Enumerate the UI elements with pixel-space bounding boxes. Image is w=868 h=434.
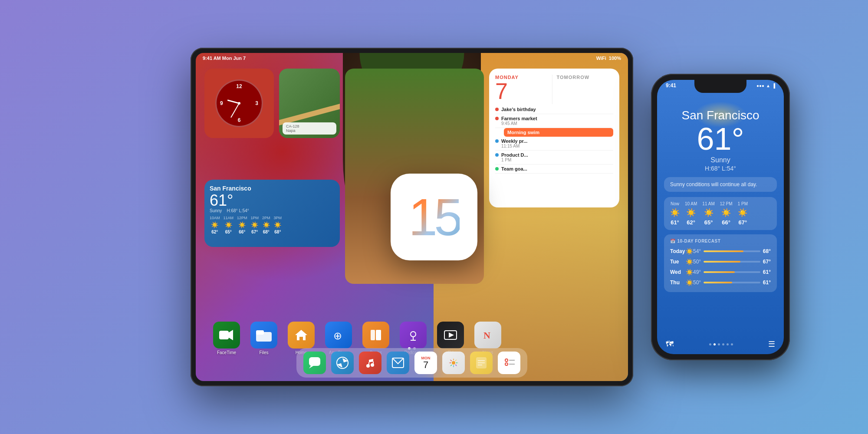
forecast-row-thu: Thu ☀️ 50° 61°: [670, 277, 771, 288]
iphone-signal-icon: ●●●: [756, 83, 764, 88]
facetime-icon-img: [213, 322, 240, 349]
weather-temperature: 61°: [210, 193, 335, 208]
iphone-dot-6: [731, 343, 733, 345]
route-location: Napa: [286, 128, 333, 133]
forecast-header: 📅 10-DAY FORECAST: [670, 239, 771, 243]
dock-messages[interactable]: [303, 352, 326, 374]
iphone-hour-1pm: 1 PM ☀️ 67°: [738, 201, 748, 226]
svg-text:N: N: [483, 330, 490, 341]
weather-hourly-row: 10AM ☀️ 62° 11AM ☀️ 65° 12PM ☀️ 66°: [210, 216, 335, 234]
news-icon-img: N: [474, 322, 501, 349]
calendar-date-number: 7: [495, 80, 552, 102]
svg-rect-14: [309, 357, 320, 366]
ios15-logo: 15: [391, 174, 477, 260]
iphone-hourly-section: Now ☀️ 61° 10 AM ☀️ 62° 11 AM ☀️ 65°: [664, 197, 777, 230]
hour-sun-icon: ☀️: [704, 208, 713, 217]
iphone-device: 9:41 ●●● ▲ ▐ San Francisco 61° Sunny H:6…: [651, 74, 790, 360]
podcasts-icon-img: [400, 322, 427, 349]
ipad-status-bar: 9:41 AM Mon Jun 7 WiFi 100%: [196, 53, 628, 63]
svg-rect-0: [219, 331, 229, 339]
dock-photos[interactable]: [442, 352, 465, 374]
iphone-status-right: ●●● ▲ ▐: [756, 83, 775, 88]
iphone-city: San Francisco: [664, 108, 777, 122]
home-icon-img: [288, 322, 315, 349]
svg-marker-15: [309, 366, 313, 368]
app-facetime[interactable]: FaceTime: [213, 322, 240, 355]
dock-music[interactable]: [359, 352, 381, 374]
weather-widget[interactable]: San Francisco 61° Sunny H:68° L:54° 10AM…: [204, 180, 340, 247]
svg-text:⊕: ⊕: [333, 330, 342, 342]
iphone-dot-1: [709, 343, 711, 345]
hour-sun-icon: ☀️: [721, 208, 731, 217]
event-dot-farmers: [495, 117, 499, 120]
main-scene: 9:41 AM Mon Jun 7 WiFi 100% 12 3 6 9: [43, 17, 825, 417]
maps-route-label: CA-128 Napa: [283, 122, 336, 135]
iphone-dot-5: [727, 343, 729, 345]
weather-hour-3pm: 3PM ☀️ 68°: [274, 216, 282, 234]
sun-icon: ☀️: [225, 221, 232, 228]
ipad-time: 9:41 AM Mon Jun 7: [203, 56, 246, 61]
clock-center-dot: [238, 102, 240, 105]
dock-reminders[interactable]: [498, 352, 520, 374]
ios15-number: 15: [408, 191, 459, 243]
event-dot-team: [495, 167, 499, 171]
iphone-hourly-row: Now ☀️ 61° 10 AM ☀️ 62° 11 AM ☀️ 65°: [670, 201, 771, 226]
route-number: CA-128: [286, 124, 333, 128]
svg-point-16: [337, 357, 348, 368]
ipad-dock: MON 7: [296, 348, 527, 378]
forecast-bar-wed: [704, 271, 760, 273]
app-files[interactable]: Files: [250, 322, 277, 355]
iphone-map-icon[interactable]: 🗺: [666, 340, 674, 349]
cal-event-team: Team goa...: [495, 164, 613, 174]
calendar-today-section: Monday 7: [495, 75, 552, 104]
event-dot-birthday: [495, 108, 499, 111]
iphone-notch: [694, 80, 746, 93]
dock-notes[interactable]: [470, 352, 493, 374]
hour-sun-icon: ☀️: [686, 208, 696, 217]
iphone-list-icon[interactable]: ☰: [768, 339, 775, 349]
iphone-sunny-description: Sunny conditions will continue all day.: [664, 177, 777, 192]
dock-safari[interactable]: [331, 352, 354, 374]
iphone-battery-icon: ▐: [772, 83, 775, 88]
svg-point-29: [505, 359, 508, 362]
forecast-sun-icon: ☀️: [686, 269, 693, 276]
cal-event-weekly: Weekly pr... 11:15 AM: [495, 137, 613, 151]
iphone-hi-lo: H:68° L:54°: [664, 165, 777, 172]
svg-marker-4: [295, 330, 307, 340]
iphone-time: 9:41: [666, 82, 676, 89]
files-icon-img: [250, 322, 277, 349]
weather-hour-10am: 10AM ☀️ 62°: [210, 216, 220, 234]
sun-icon: ☀️: [251, 221, 258, 228]
dock-calendar[interactable]: MON 7: [414, 352, 437, 374]
forecast-row-wed: Wed ☀️ 49° 61°: [670, 267, 771, 277]
forecast-row-tue: Tue ☀️ 50° 67°: [670, 256, 771, 267]
sun-icon: ☀️: [211, 221, 218, 228]
iphone-wifi-icon: ▲: [766, 83, 770, 88]
weather-description: Sunny H:68° L:54°: [210, 208, 335, 213]
calendar-header-row: Monday 7 Tomorrow: [495, 75, 613, 104]
clock-minute-hand: [230, 103, 240, 118]
maps-widget[interactable]: CA-128 Napa: [279, 69, 340, 138]
forecast-sun-icon: ☀️: [686, 248, 693, 255]
iphone-forecast-section: 📅 10-DAY FORECAST Today ☀️ 54° 68° Tue: [664, 234, 777, 292]
sun-icon: ☀️: [274, 221, 281, 228]
svg-point-30: [505, 363, 508, 365]
calendar-tomorrow-label: Tomorrow: [557, 75, 614, 80]
dock-calendar-content: MON 7: [414, 352, 437, 374]
forecast-sun-icon: ☀️: [686, 279, 693, 286]
wifi-icon: WiFi: [596, 56, 606, 61]
calendar-tomorrow-section: Tomorrow: [552, 75, 614, 104]
forecast-bar-thu: [704, 282, 760, 283]
forecast-sun-icon: ☀️: [686, 258, 693, 265]
clock-widget[interactable]: 12 3 6 9: [204, 69, 274, 138]
iphone-bottom-bar: 🗺 ☰: [657, 339, 784, 349]
hour-sun-icon: ☀️: [738, 208, 747, 217]
dock-mail[interactable]: [387, 352, 409, 374]
tv-icon-img: [437, 322, 464, 349]
calendar-widget[interactable]: Monday 7 Tomorrow Jake's birthday: [489, 69, 619, 207]
weather-hour-1pm: 1PM ☀️ 67°: [251, 216, 259, 234]
svg-marker-12: [449, 332, 454, 338]
sun-icon: ☀️: [238, 221, 246, 228]
cal-event-product: Product D... 1 PM: [495, 151, 613, 164]
cal-event-birthday: Jake's birthday: [495, 105, 613, 114]
